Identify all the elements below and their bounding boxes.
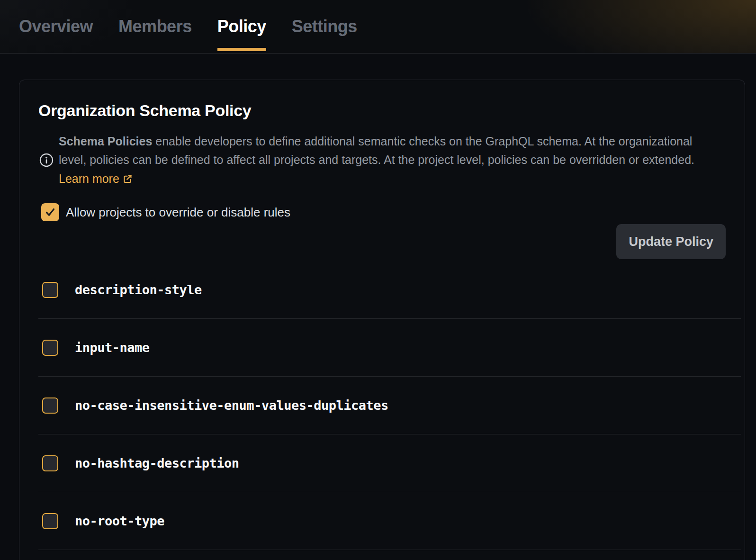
policy-description-bold: Schema Policies: [59, 135, 152, 148]
rule-row-no-case-insensitive-enum-values-duplicates: no-case-insensitive-enum-values-duplicat…: [38, 377, 741, 434]
rule-row-no-root-type: no-root-type: [38, 492, 741, 550]
rule-name: no-root-type: [75, 514, 164, 528]
rule-row-no-hashtag-description: no-hashtag-description: [38, 434, 741, 492]
page-title: Organization Schema Policy: [38, 101, 726, 120]
rule-name: no-hashtag-description: [75, 456, 239, 470]
info-circle-icon: [39, 153, 54, 167]
tab-overview[interactable]: Overview: [19, 0, 93, 53]
override-checkbox-row: Allow projects to override or disable ru…: [41, 203, 726, 221]
rule-checkbox[interactable]: [42, 282, 58, 298]
override-checkbox[interactable]: [41, 203, 59, 221]
rule-checkbox[interactable]: [42, 340, 58, 356]
rule-name: input-name: [75, 340, 150, 355]
learn-more-link[interactable]: Learn more: [59, 172, 133, 185]
tab-policy[interactable]: Policy: [217, 0, 266, 53]
rule-checkbox[interactable]: [42, 513, 58, 529]
override-checkbox-label: Allow projects to override or disable ru…: [66, 205, 290, 220]
tab-settings[interactable]: Settings: [292, 0, 357, 53]
checkmark-icon: [44, 206, 56, 218]
external-link-icon: [123, 171, 133, 181]
tab-members[interactable]: Members: [118, 0, 192, 53]
rule-row-description-style: description-style: [38, 261, 741, 319]
rule-name: description-style: [75, 282, 202, 297]
rule-name: no-case-insensitive-enum-values-duplicat…: [75, 398, 388, 413]
learn-more-label: Learn more: [59, 172, 119, 185]
actions-row: Update Policy: [38, 224, 726, 259]
rule-checkbox[interactable]: [42, 397, 58, 414]
rule-row-input-name: input-name: [38, 319, 741, 377]
policy-description-body: enable developers to define additional s…: [59, 135, 694, 167]
policy-info-note: Schema Policies enable developers to def…: [39, 132, 726, 189]
policy-description: Schema Policies enable developers to def…: [59, 132, 709, 189]
update-policy-button[interactable]: Update Policy: [616, 224, 726, 259]
rules-list: description-style input-name no-case-ins…: [38, 261, 741, 550]
top-tab-bar: Overview Members Policy Settings: [0, 0, 756, 54]
tab-list: Overview Members Policy Settings: [19, 0, 357, 53]
rule-checkbox[interactable]: [42, 455, 58, 471]
schema-policy-card: Organization Schema Policy Schema Polici…: [19, 80, 745, 560]
